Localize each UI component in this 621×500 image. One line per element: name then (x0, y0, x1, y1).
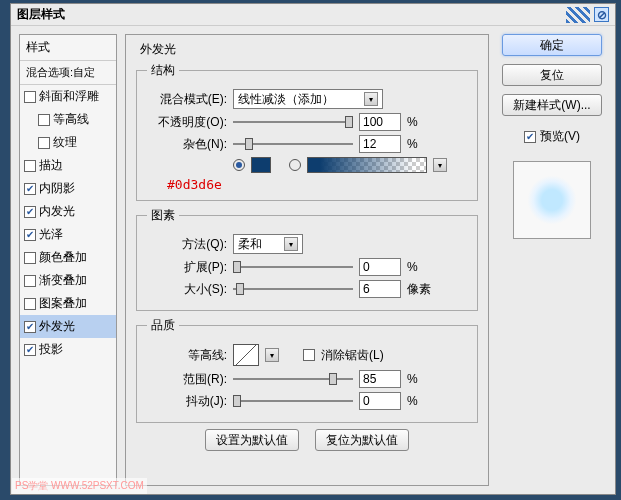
spread-unit: % (407, 260, 418, 274)
styles-list-panel: 样式 混合选项:自定 斜面和浮雕等高线纹理描边内阴影内发光光泽颜色叠加渐变叠加图… (19, 34, 117, 486)
structure-legend: 结构 (147, 62, 179, 79)
technique-select[interactable]: 柔和 ▾ (233, 234, 303, 254)
dialog-title: 图层样式 (17, 6, 65, 23)
preview-thumbnail (513, 161, 591, 239)
color-radio[interactable] (233, 159, 245, 171)
style-item-label: 等高线 (53, 111, 89, 128)
noise-unit: % (407, 137, 418, 151)
spread-input[interactable] (359, 258, 401, 276)
noise-label: 杂色(N): (147, 136, 227, 153)
elements-group: 图素 方法(Q): 柔和 ▾ 扩展(P): % 大小(S): (136, 207, 478, 311)
opacity-slider[interactable] (233, 115, 353, 129)
style-item-5[interactable]: 内发光 (20, 200, 116, 223)
style-item-4[interactable]: 内阴影 (20, 177, 116, 200)
style-checkbox[interactable] (24, 206, 36, 218)
color-hex-annotation: #0d3d6e (167, 177, 467, 192)
jitter-input[interactable] (359, 392, 401, 410)
blend-mode-label: 混合模式(E): (147, 91, 227, 108)
jitter-slider[interactable] (233, 394, 353, 408)
panel-title: 外发光 (140, 41, 478, 58)
noise-input[interactable] (359, 135, 401, 153)
contour-picker[interactable] (233, 344, 259, 366)
new-style-button[interactable]: 新建样式(W)... (502, 94, 602, 116)
size-input[interactable] (359, 280, 401, 298)
range-label: 范围(R): (147, 371, 227, 388)
style-checkbox[interactable] (24, 160, 36, 172)
reset-default-button[interactable]: 复位为默认值 (315, 429, 409, 451)
layer-style-dialog: 图层样式 ⊘ 样式 混合选项:自定 斜面和浮雕等高线纹理描边内阴影内发光光泽颜色… (10, 3, 616, 495)
style-item-label: 图案叠加 (39, 295, 87, 312)
jitter-unit: % (407, 394, 418, 408)
range-input[interactable] (359, 370, 401, 388)
style-checkbox[interactable] (38, 114, 50, 126)
main-panel: 外发光 结构 混合模式(E): 线性减淡（添加） ▾ 不透明度(O): % (125, 34, 489, 486)
opacity-input[interactable] (359, 113, 401, 131)
right-column: 确定 复位 新建样式(W)... 预览(V) (497, 34, 607, 486)
style-checkbox[interactable] (24, 183, 36, 195)
color-swatch[interactable] (251, 157, 271, 173)
style-checkbox[interactable] (24, 91, 36, 103)
watermark: PS学堂 WWW.52PSXT.COM (12, 478, 147, 494)
contour-dropdown-icon[interactable]: ▾ (265, 348, 279, 362)
size-label: 大小(S): (147, 281, 227, 298)
chevron-down-icon: ▾ (284, 237, 298, 251)
preview-checkbox[interactable] (524, 131, 536, 143)
style-item-10[interactable]: 外发光 (20, 315, 116, 338)
style-item-label: 内发光 (39, 203, 75, 220)
style-checkbox[interactable] (24, 344, 36, 356)
opacity-label: 不透明度(O): (147, 114, 227, 131)
chevron-down-icon: ▾ (364, 92, 378, 106)
style-item-label: 斜面和浮雕 (39, 88, 99, 105)
size-slider[interactable] (233, 282, 353, 296)
cancel-button[interactable]: 复位 (502, 64, 602, 86)
range-unit: % (407, 372, 418, 386)
style-item-label: 描边 (39, 157, 63, 174)
titlebar: 图层样式 ⊘ (11, 4, 615, 26)
style-checkbox[interactable] (24, 321, 36, 333)
style-item-label: 光泽 (39, 226, 63, 243)
style-item-9[interactable]: 图案叠加 (20, 292, 116, 315)
style-item-1[interactable]: 等高线 (20, 108, 116, 131)
size-unit: 像素 (407, 281, 431, 298)
range-slider[interactable] (233, 372, 353, 386)
style-item-6[interactable]: 光泽 (20, 223, 116, 246)
gradient-radio[interactable] (289, 159, 301, 171)
style-checkbox[interactable] (24, 275, 36, 287)
close-icon[interactable]: ⊘ (594, 7, 609, 22)
quality-legend: 品质 (147, 317, 179, 334)
preview-label: 预览(V) (540, 128, 580, 145)
style-item-label: 渐变叠加 (39, 272, 87, 289)
opacity-unit: % (407, 115, 418, 129)
style-item-3[interactable]: 描边 (20, 154, 116, 177)
style-item-2[interactable]: 纹理 (20, 131, 116, 154)
style-checkbox[interactable] (24, 252, 36, 264)
blending-options[interactable]: 混合选项:自定 (20, 61, 116, 85)
elements-legend: 图素 (147, 207, 179, 224)
style-item-8[interactable]: 渐变叠加 (20, 269, 116, 292)
gradient-preview[interactable] (307, 157, 427, 173)
ok-button[interactable]: 确定 (502, 34, 602, 56)
jitter-label: 抖动(J): (147, 393, 227, 410)
spread-slider[interactable] (233, 260, 353, 274)
structure-group: 结构 混合模式(E): 线性减淡（添加） ▾ 不透明度(O): % 杂色(N): (136, 62, 478, 201)
style-item-11[interactable]: 投影 (20, 338, 116, 361)
style-item-label: 颜色叠加 (39, 249, 87, 266)
style-item-label: 外发光 (39, 318, 75, 335)
style-item-label: 投影 (39, 341, 63, 358)
contour-label: 等高线: (147, 347, 227, 364)
gradient-dropdown-icon[interactable]: ▾ (433, 158, 447, 172)
antialiased-label: 消除锯齿(L) (321, 347, 384, 364)
style-item-7[interactable]: 颜色叠加 (20, 246, 116, 269)
style-checkbox[interactable] (24, 298, 36, 310)
styles-header[interactable]: 样式 (20, 35, 116, 61)
noise-slider[interactable] (233, 137, 353, 151)
blend-mode-select[interactable]: 线性减淡（添加） ▾ (233, 89, 383, 109)
style-checkbox[interactable] (38, 137, 50, 149)
make-default-button[interactable]: 设置为默认值 (205, 429, 299, 451)
style-item-0[interactable]: 斜面和浮雕 (20, 85, 116, 108)
spread-label: 扩展(P): (147, 259, 227, 276)
style-checkbox[interactable] (24, 229, 36, 241)
antialiased-checkbox[interactable] (303, 349, 315, 361)
decoration-icon (566, 7, 590, 23)
technique-label: 方法(Q): (147, 236, 227, 253)
